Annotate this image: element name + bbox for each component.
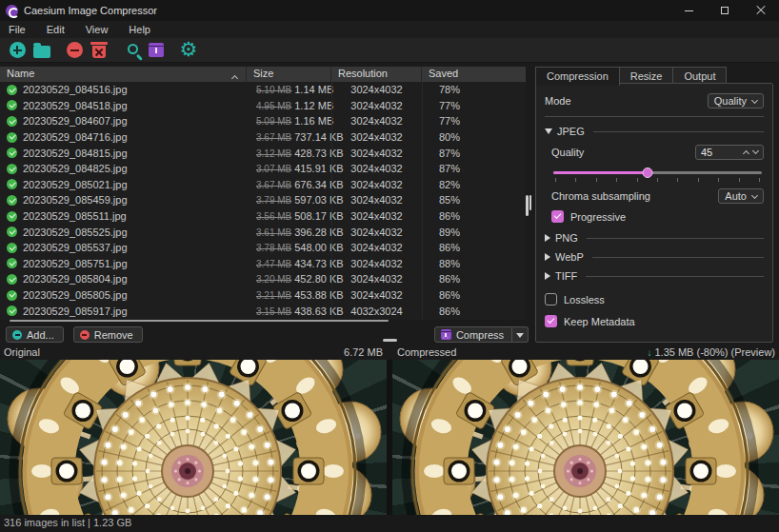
- chroma-select[interactable]: Auto: [718, 188, 764, 204]
- maximize-button[interactable]: [707, 0, 743, 21]
- chroma-label: Chroma subsampling: [551, 190, 650, 202]
- column-header-name[interactable]: Name: [0, 67, 247, 82]
- remove-files-button[interactable]: [63, 40, 86, 61]
- menu-edit[interactable]: Edit: [38, 22, 77, 37]
- column-header-size[interactable]: Size: [247, 67, 331, 82]
- file-saved-cell: 85%: [422, 194, 526, 206]
- compress-toolbar-button[interactable]: [145, 40, 168, 61]
- compress-button-label: Compress: [456, 329, 504, 341]
- table-row[interactable]: 20230529_084716.jpg3.67 MB737.14 KB3024x…: [0, 129, 526, 146]
- tiff-section-toggle[interactable]: TIFF: [545, 270, 764, 282]
- old-size: 3.07 MB: [256, 164, 291, 174]
- table-row[interactable]: 20230529_084825.jpg3.07 MB415.91 KB3024x…: [0, 161, 526, 177]
- compress-archive-icon: [149, 43, 164, 57]
- file-saved-cell: 78%: [422, 84, 526, 95]
- add-files-button[interactable]: [6, 40, 29, 61]
- down-arrow-icon: ↓: [647, 347, 651, 358]
- chevron-down-icon: [516, 333, 524, 338]
- remove-button[interactable]: Remove: [73, 326, 143, 343]
- minimize-icon: [685, 10, 693, 11]
- table-row[interactable]: 20230529_084516.jpg5.10 MB1.14 MB3024x40…: [0, 82, 526, 98]
- settings-button[interactable]: ⚙: [177, 40, 200, 61]
- quality-label: Quality: [551, 147, 584, 158]
- progressive-checkbox[interactable]: [551, 210, 564, 223]
- success-check-icon: [7, 243, 17, 253]
- file-size-cell: 3.78 MB548.00 KB: [247, 242, 331, 253]
- table-row[interactable]: 20230529_084815.jpg3.12 MB428.73 KB3024x…: [0, 145, 526, 161]
- table-row[interactable]: 20230529_085804.jpg3.20 MB452.80 KB3024x…: [0, 271, 526, 287]
- success-check-icon: [7, 179, 17, 189]
- add-button[interactable]: Add...: [6, 326, 64, 343]
- column-header-resolution[interactable]: Resolution: [331, 67, 422, 82]
- pane-splitter-handle[interactable]: [529, 195, 531, 210]
- original-preview-image[interactable]: [0, 360, 387, 515]
- webp-section-toggle[interactable]: WebP: [545, 251, 764, 263]
- table-header: Name Size Resolution Saved: [0, 67, 526, 82]
- close-button[interactable]: [743, 0, 779, 21]
- file-name: 20230529_084518.jpg: [23, 100, 128, 111]
- vertical-scrollbar[interactable]: [526, 195, 529, 216]
- table-row[interactable]: 20230529_085459.jpg3.79 MB597.03 KB3024x…: [0, 192, 526, 208]
- file-resolution-cell: 3024x4032: [331, 179, 422, 190]
- file-size-cell: 5.10 MB1.14 MB: [247, 84, 331, 95]
- file-size-cell: 4.95 MB1.12 MB: [247, 100, 331, 111]
- old-size: 4.95 MB: [256, 101, 291, 111]
- table-row[interactable]: 20230529_085525.jpg3.61 MB396.28 KB3024x…: [0, 224, 526, 240]
- keep-metadata-label: Keep Metadata: [564, 316, 635, 327]
- compress-dropdown-button[interactable]: [512, 326, 529, 343]
- horizontal-scrollbar[interactable]: [10, 320, 389, 322]
- table-row[interactable]: 20230529_085537.jpg3.78 MB548.00 KB3024x…: [0, 240, 526, 256]
- jpeg-section-toggle[interactable]: JPEG: [545, 126, 764, 137]
- clear-list-button[interactable]: [88, 40, 110, 61]
- preview-button[interactable]: [120, 40, 143, 61]
- chroma-value: Auto: [725, 190, 747, 202]
- file-resolution-cell: 3024x4032: [331, 131, 422, 143]
- quality-slider-handle[interactable]: [642, 167, 652, 178]
- file-list-pane: Name Size Resolution Saved 20230529_0845…: [0, 63, 530, 345]
- table-row[interactable]: 20230529_085805.jpg3.21 MB453.88 KB3024x…: [0, 287, 526, 304]
- table-row[interactable]: 20230529_085021.jpg3.67 MB676.34 KB3024x…: [0, 177, 526, 193]
- table-row[interactable]: 20230529_085511.jpg3.56 MB508.17 KB3024x…: [0, 208, 526, 225]
- quality-spinbox[interactable]: 45: [695, 145, 764, 160]
- preview-splitter-handle[interactable]: [383, 339, 397, 342]
- table-row[interactable]: 20230529_085917.jpg3.15 MB438.63 KB4032x…: [0, 303, 526, 319]
- mode-value: Quality: [714, 95, 747, 107]
- table-row[interactable]: 20230529_084607.jpg5.09 MB1.16 MB3024x40…: [0, 113, 526, 129]
- quality-slider[interactable]: [553, 167, 762, 177]
- file-name-cell: 20230529_085525.jpg: [0, 227, 247, 238]
- table-row[interactable]: 20230529_084518.jpg4.95 MB1.12 MB3024x40…: [0, 98, 526, 114]
- lossless-checkbox[interactable]: [545, 293, 557, 305]
- column-divider: [331, 82, 332, 320]
- file-name-cell: 20230529_085021.jpg: [0, 179, 247, 190]
- file-size-cell: 3.07 MB415.91 KB: [247, 163, 331, 174]
- add-folder-button[interactable]: [30, 40, 53, 61]
- compressed-label: Compressed: [397, 346, 456, 358]
- file-name-cell: 20230529_085917.jpg: [0, 305, 247, 317]
- column-header-saved[interactable]: Saved: [422, 67, 526, 82]
- column-name-label: Name: [7, 68, 34, 79]
- file-name-cell: 20230529_084825.jpg: [0, 163, 247, 174]
- chevron-down-icon: [751, 192, 758, 199]
- tab-compression[interactable]: Compression: [535, 67, 620, 86]
- file-saved-cell: 86%: [422, 305, 526, 317]
- toolbar: ⚙: [0, 38, 779, 63]
- file-name: 20230529_085459.jpg: [23, 194, 128, 206]
- minimize-button[interactable]: [670, 0, 707, 21]
- file-resolution-cell: 3024x4032: [331, 148, 422, 159]
- png-section-toggle[interactable]: PNG: [545, 232, 764, 244]
- success-check-icon: [7, 85, 17, 95]
- keep-metadata-checkbox[interactable]: [545, 315, 557, 327]
- table-row[interactable]: 20230529_085751.jpg3.47 MB434.73 KB3024x…: [0, 256, 526, 272]
- file-name: 20230529_084607.jpg: [23, 115, 128, 127]
- menu-file[interactable]: File: [0, 22, 38, 37]
- mode-select[interactable]: Quality: [708, 93, 764, 108]
- menu-view[interactable]: View: [77, 22, 121, 37]
- menu-help[interactable]: Help: [120, 22, 163, 37]
- success-check-icon: [7, 305, 17, 316]
- file-size-cell: 3.79 MB597.03 KB: [247, 194, 331, 206]
- compressed-preview-image[interactable]: [392, 360, 779, 515]
- old-size: 3.56 MB: [256, 211, 291, 222]
- compress-button[interactable]: Compress: [434, 326, 512, 343]
- clear-trash-icon: [92, 46, 106, 58]
- status-text: 316 images in list | 1.23 GB: [4, 517, 131, 528]
